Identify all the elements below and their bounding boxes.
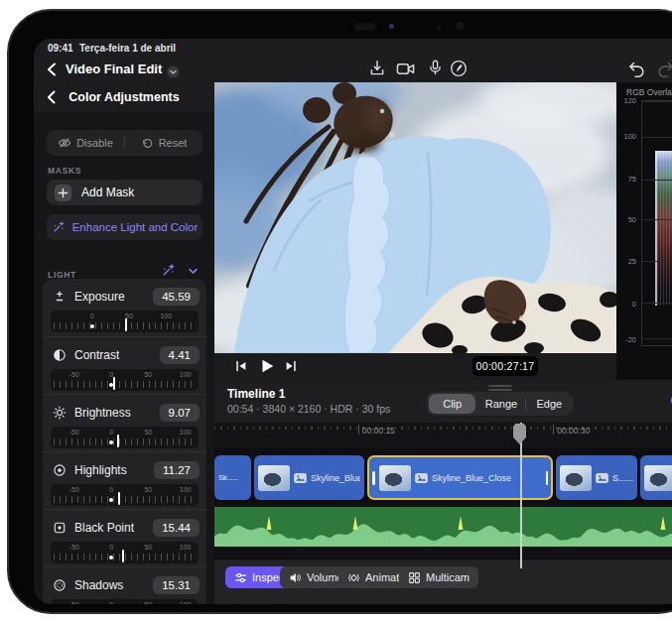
- ipad-device-frame: 09:41 Terça-feira 1 de abril Video Final…: [7, 9, 672, 614]
- clip-thumbnail: [379, 465, 411, 491]
- timeline-footer-toolbar: Inspect Volume Animate Multicam: [214, 559, 672, 604]
- slider-value[interactable]: 15.31: [153, 576, 200, 594]
- clip-label: Skyline_Blue_Wide: [311, 473, 360, 483]
- magic-wand-icon: [52, 220, 66, 234]
- add-mask-button[interactable]: Add Mask: [47, 180, 202, 205]
- redo-icon[interactable]: [656, 60, 672, 79]
- chevron-down-icon[interactable]: [167, 65, 180, 78]
- timeline-header: Timeline 1 00:54 · 3840 × 2160 · HDR · 3…: [214, 380, 672, 424]
- clip-skyline-blue-wide[interactable]: Skyline_Blue_Wide: [254, 455, 364, 500]
- highlights-icon: [53, 463, 67, 477]
- video-viewer[interactable]: [214, 82, 616, 353]
- clip-thumbnail: [258, 465, 290, 491]
- scope-waveform: [655, 151, 672, 306]
- black-point-ruler-slider[interactable]: -50050100: [51, 542, 199, 563]
- slider-label: Brightness: [74, 406, 160, 420]
- clip-edge-partial[interactable]: [640, 455, 672, 500]
- trim-handle-right[interactable]: [546, 471, 549, 485]
- undo-icon[interactable]: [627, 60, 647, 79]
- reset-button[interactable]: Reset: [125, 130, 202, 156]
- highlights-slider-row: Highlights 11.27 -50050100: [43, 451, 206, 510]
- shadows-ruler-slider[interactable]: -50050100: [51, 599, 199, 604]
- slider-label: Highlights: [74, 463, 154, 477]
- microphone-icon[interactable]: [427, 60, 447, 79]
- rgb-overlay-scope: RGB Overlay 1201007550250-20: [616, 82, 672, 380]
- pencil-circle-icon[interactable]: [450, 60, 470, 79]
- multicam-button[interactable]: Multicam: [399, 566, 478, 588]
- black-point-icon: [53, 521, 67, 535]
- reset-icon: [141, 137, 154, 150]
- masks-section-label: MASKS: [48, 166, 81, 176]
- enhance-light-color-button[interactable]: Enhance Light and Color: [47, 214, 202, 240]
- clip-label: Sk......: [218, 473, 238, 482]
- scope-axis-labels: 1201007550250-20: [616, 100, 638, 346]
- exposure-slider-row: Exposure 45.59 050100: [43, 279, 206, 336]
- project-title[interactable]: Video Final Edit: [66, 62, 162, 76]
- slider-value[interactable]: 11.27: [154, 461, 200, 479]
- camera-icon[interactable]: [396, 60, 416, 79]
- plus-minus-icon: [53, 290, 67, 304]
- black-point-slider-row: Black Point 15.44 -50050100: [43, 509, 206, 567]
- back-chevron-icon[interactable]: [46, 62, 58, 76]
- panel-header: Color Adjustments: [34, 82, 214, 112]
- status-bar: 09:41 Terça-feira 1 de abril: [34, 39, 672, 57]
- import-icon[interactable]: [368, 60, 388, 79]
- trim-handle-left[interactable]: [372, 471, 375, 485]
- status-date: Terça-feira 1 de abril: [79, 43, 176, 54]
- mode-clip[interactable]: Clip: [429, 394, 475, 414]
- sliders-icon: [234, 571, 247, 584]
- title-bar: Video Final Edit: [34, 57, 672, 82]
- brightness-slider-row: Brightness 9.07 -50050100: [43, 394, 206, 452]
- exposure-ruler-slider[interactable]: 050100: [51, 310, 199, 332]
- disable-reset-bar: Disable Reset: [47, 130, 202, 156]
- timeline-info: 00:54 · 3840 × 2160 · HDR · 30 fps: [227, 403, 390, 415]
- brightness-ruler-slider[interactable]: -50050100: [51, 427, 199, 448]
- slider-value[interactable]: 45.59: [153, 288, 200, 306]
- mode-edge[interactable]: Edge: [526, 392, 573, 416]
- disable-button[interactable]: Disable: [47, 130, 124, 156]
- ambient-sensor: [438, 26, 441, 29]
- mode-range[interactable]: Range: [477, 392, 524, 416]
- color-adjustments-panel: Color Adjustments Disable Reset MASKS A: [34, 82, 214, 604]
- clip-label: S......: [612, 473, 633, 483]
- grid-icon: [408, 571, 421, 584]
- light-auto-wand-icon[interactable]: [161, 263, 176, 278]
- clip-skyline-short[interactable]: S......: [556, 455, 637, 500]
- slider-value[interactable]: 9.07: [160, 404, 200, 422]
- clip-skyline-partial[interactable]: Sk......: [214, 455, 251, 500]
- disable-label: Disable: [76, 137, 113, 149]
- timeline-ruler[interactable]: 00:00:1500:00:30: [214, 423, 672, 447]
- skip-back-icon[interactable]: [234, 359, 249, 374]
- slider-label: Shadows: [74, 578, 153, 592]
- timeline-name: Timeline 1: [227, 387, 285, 401]
- light-collapse-chevron-icon[interactable]: [187, 265, 200, 278]
- edit-mode-segmented-control: Clip Range Edge: [427, 392, 573, 416]
- slider-value[interactable]: 4.41: [160, 346, 200, 364]
- scope-plot: [641, 100, 672, 346]
- slider-label: Black Point: [74, 521, 153, 535]
- front-camera-module: [354, 23, 376, 31]
- front-camera-ring: [456, 22, 465, 31]
- clip-thumbnail: [644, 465, 672, 491]
- media-icon: [294, 473, 307, 483]
- slider-value[interactable]: 15.44: [153, 519, 200, 537]
- enhance-label: Enhance Light and Color: [72, 221, 199, 233]
- audio-track[interactable]: [214, 507, 672, 547]
- add-mask-label: Add Mask: [81, 186, 134, 199]
- eye-off-icon: [58, 136, 71, 150]
- clip-skyline-blue-close-selected[interactable]: Skyline_Blue_Close: [367, 455, 553, 500]
- transport-bar: 00:00:27:17: [214, 353, 616, 380]
- contrast-ruler-slider[interactable]: -50050100: [51, 369, 199, 391]
- timecode-display[interactable]: 00:00:27:17: [472, 356, 538, 376]
- play-icon[interactable]: [258, 357, 273, 372]
- highlights-ruler-slider[interactable]: -50050100: [51, 484, 199, 506]
- contrast-icon: [53, 348, 67, 362]
- skip-forward-icon[interactable]: [284, 359, 299, 374]
- multicam-label: Multicam: [426, 571, 470, 583]
- light-sliders-card: Exposure 45.59 050100 Contrast 4.41 -500…: [43, 279, 206, 604]
- sun-icon: [53, 406, 67, 420]
- playhead-line[interactable]: [520, 423, 522, 568]
- panel-title: Color Adjustments: [34, 90, 214, 104]
- clips-track: Sk...... Skyline_Blue_Wide Skyline_Blue_…: [214, 447, 672, 503]
- speaker-icon: [289, 571, 302, 584]
